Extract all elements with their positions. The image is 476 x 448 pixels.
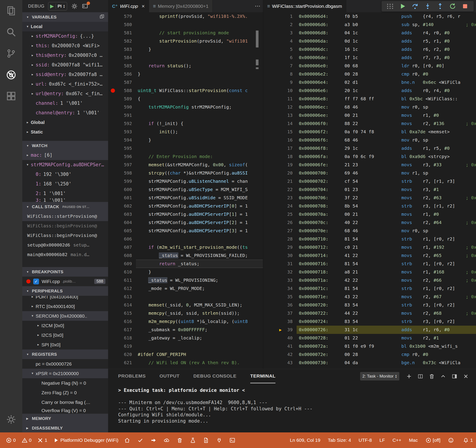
callstack-frame[interactable]: WiFiClass::beginProvision@ (22, 221, 108, 231)
disassembly-editor[interactable]: 10x000006d4:f0 b5push {r4, r5, r6, r20x0… (263, 12, 476, 369)
asm-line-8[interactable]: 80x000006e2:00 28cmp r0, #0 (263, 70, 476, 78)
tree-item[interactable]: ▶I2CM [0x0] (22, 321, 108, 330)
tree-item[interactable]: ▼strM2MAPConfig.au8DHCPSer… (22, 160, 108, 170)
code-line-618[interactable]: 618 _gateway = _localip; (108, 334, 263, 342)
more-actions-icon[interactable]: ⋯ (255, 3, 261, 10)
asm-line-41[interactable]: 410x0000072a:01 f0 e9 f9bl 0x1b00 <m2m_w… (263, 342, 476, 350)
status-item-flask[interactable] (190, 437, 197, 443)
asm-line-18[interactable]: 180x000006fa:0a f0 6c f9bl 0xa9d6 <strcp… (263, 153, 476, 161)
status-item-c-[interactable]: C++ (392, 437, 401, 443)
code-line-617[interactable]: 617 _submask = 0x00FFFFFF; (108, 326, 263, 334)
breakpoint-checkbox[interactable]: ✓ (33, 279, 39, 284)
terminal-output[interactable]: > Executing task: platformio device moni… (108, 383, 476, 424)
tab-wifi-cpp[interactable]: C⁺ WiFi.cpp × (108, 0, 149, 12)
close-icon[interactable]: × (142, 3, 145, 9)
asm-line-19[interactable]: 190x000006fe:21 23movs r3, #33 ; 0x21 (263, 161, 476, 169)
code-line-586[interactable]: 586} (108, 70, 263, 78)
code-line-621[interactable]: 621 // WiFi led ON (rev A then rev B). (108, 359, 263, 367)
code-line-612[interactable]: 612 _mode = WL_PROV_MODE; (108, 284, 263, 293)
asm-line-20[interactable]: 200x00000700:69 46mov r1, sp (263, 169, 476, 177)
breakpoint-row[interactable]: ✓WiFi.cpp.piolib…588 (22, 277, 108, 286)
trash-icon[interactable] (429, 373, 435, 379)
code-line-592[interactable]: 592 if (!_init) { (108, 119, 263, 128)
tree-item[interactable]: 2:1 '\001' (22, 189, 108, 198)
status-item-tools[interactable]: 1 (37, 437, 47, 443)
tree-item[interactable]: ▶PORT [0x41004400] (22, 296, 108, 301)
panel-tab-debug-console[interactable]: DEBUG CONSOLE (193, 369, 236, 383)
tree-item[interactable]: ▼Local (22, 22, 108, 31)
code-line-599[interactable]: 599 strM2MAPConfig.u8ListenChannel = cha… (108, 177, 263, 185)
tab-dbgasm[interactable]: ≡ WiFiClass::startProvision.dbgasm (263, 0, 346, 12)
asm-line-2[interactable]: 20x000006d6:a3 b0sub sp, #140 ; 0x8c (263, 21, 476, 29)
code-line-582[interactable]: 582 startProvision(provSsid, "wifi101 (108, 37, 263, 45)
code-line-619[interactable]: 619 (108, 342, 263, 350)
code-line-606[interactable]: 606 (108, 235, 263, 243)
status-item-mac[interactable]: Mac (409, 437, 418, 443)
asm-line-33[interactable]: 330x0000071a:42 22movs r2, #66 ; 0x42 (263, 276, 476, 284)
code-line-583[interactable]: 583 } (108, 45, 263, 53)
tree-item[interactable]: ▶SPI [0x0] (22, 340, 108, 350)
start-debug-icon[interactable]: ▶ (50, 3, 54, 9)
code-line-593[interactable]: 593 init(); (108, 128, 263, 136)
asm-line-30[interactable]: 300x00000714:41 22movs r2, #65 ; 0x41 (263, 251, 476, 260)
callstack-frame[interactable]: main@0x00006b82main.d… (22, 250, 108, 260)
asm-line-26[interactable]: 260x0000070c:40 22movs r2, #64 ; 0x40 (263, 218, 476, 227)
code-line-620[interactable]: 620#ifdef CONF_PERIPH (108, 350, 263, 359)
code-line-600[interactable]: 600 strM2MAPConfig.u8SecType = M2M_WIFI_… (108, 185, 263, 194)
asm-line-35[interactable]: 350x0000071e:43 22movs r2, #67 ; 0x43 (263, 293, 476, 301)
code-line-615[interactable]: 615 memcpy(_ssid, ssid, strlen(ssid)); (108, 309, 263, 318)
step-into-icon[interactable] (421, 1, 434, 11)
asm-line-3[interactable]: 30x000006d8:04 1cadds r4, r0, #0 (263, 29, 476, 37)
status-item-arrow-right[interactable] (150, 437, 158, 443)
status-item-check[interactable] (137, 437, 145, 443)
status-item-file-edit[interactable] (203, 437, 210, 443)
tree-item[interactable]: ▶ssid:0x20007fa8 "wifi1… (22, 60, 108, 70)
status-item-terminal[interactable] (229, 437, 237, 443)
debug-icon[interactable] (0, 64, 22, 85)
settings-gear-icon[interactable] (0, 409, 22, 430)
asm-line-23[interactable]: 230x00000706:3f 22movs r2, #63 ; 0x3f (263, 194, 476, 202)
gear-icon[interactable] (71, 3, 78, 10)
code-line-579[interactable]: 579 sprintf(provSsid, "wifi101-%.2X%. (108, 12, 263, 21)
section-header-peripherals[interactable]: ▼PERIPHERALS (22, 286, 108, 296)
asm-line-28[interactable]: 280x00000710:81 54strb r1, [r0, r2] (263, 235, 476, 243)
tree-item[interactable]: ▶mac:[6] (22, 150, 108, 160)
status-item-utf-8[interactable]: UTF-8 (359, 437, 372, 443)
asm-line-21[interactable]: 210x00000702:cf 54strb r7, [r1, r3] (263, 177, 476, 185)
section-header-registers[interactable]: ▼REGISTERS (22, 350, 108, 359)
code-line-590[interactable]: 590 tstrM2MAPConfig strM2MAPConfig; (108, 103, 263, 111)
asm-line-34[interactable]: 340x0000071c:81 54strb r1, [r0, r2] (263, 284, 476, 293)
tree-item[interactable]: Zero Flag (Z) = 0 (22, 388, 108, 397)
close-icon[interactable] (463, 373, 469, 379)
tree-item[interactable]: ▼SERCOM0 [0x4200080.. (22, 311, 108, 321)
tree-item[interactable]: 1:168 '\250' (22, 179, 108, 189)
explorer-icon[interactable] (0, 0, 22, 21)
asm-line-37[interactable]: 370x00000722:44 22movs r2, #68 ; 0x44 (263, 309, 476, 318)
asm-line-25[interactable]: 250x0000070a:00 21movs r1, #0 (263, 210, 476, 218)
code-line-601[interactable]: 601 strM2MAPConfig.u8SsidHide = SSID_MOD… (108, 194, 263, 202)
tree-item[interactable]: ▶ssid@entry:0x20007fa8 … (22, 70, 108, 79)
status-item-warning[interactable]: 0 (22, 437, 32, 443)
code-line-595[interactable]: 595 (108, 144, 263, 153)
code-line-580[interactable]: 580 (108, 21, 263, 29)
asm-line-24[interactable]: 240x00000708:8b 54strb r3, [r1, r2] (263, 202, 476, 210)
code-line-596[interactable]: 596 // Enter Provision mode: (108, 153, 263, 161)
section-header-variables[interactable]: ▼VARIABLES (22, 12, 108, 22)
code-line-581[interactable]: 581 // start provisioning mode (108, 29, 263, 37)
step-out-icon[interactable] (434, 1, 446, 11)
asm-line-36[interactable]: 360x00000720:83 54strb r3, [r0, r2] (263, 301, 476, 309)
continue-icon[interactable] (397, 1, 409, 11)
code-line-598[interactable]: 598 strcpy((char *)&strM2MAPConfig.au8SS… (108, 169, 263, 177)
asm-line-6[interactable]: 60x000006de:1f 1cadds r7, r3, #0 (263, 53, 476, 62)
asm-line-14[interactable]: 140x000006f0:88 22movs r2, #136 ; 0x88 (263, 119, 476, 128)
asm-line-40[interactable]: 400x00000728:01 22movs r2, #1 (263, 334, 476, 342)
status-item-bell[interactable]: 1 (463, 437, 473, 443)
asm-line-9[interactable]: 90x000006e4:02 d1bne.n 0x6ec <WiFiCla (263, 78, 476, 86)
status-item-play[interactable]: PlatformIO Debugger (WiFi) (53, 437, 118, 443)
code-line-603[interactable]: 603 strM2MAPConfig.au8DHCPServerIP[1] = … (108, 210, 263, 218)
code-line-610[interactable]: 610 } (108, 268, 263, 276)
status-item-home[interactable] (124, 437, 131, 443)
asm-line-38[interactable]: 380x00000724:83 54strb r3, [r0, r2] (263, 318, 476, 326)
asm-line-29[interactable]: 290x00000712:c0 21movs r1, #192 ; 0xc0 (263, 243, 476, 251)
code-line-605[interactable]: 605 strM2MAPConfig.au8DHCPServerIP[3] = … (108, 227, 263, 235)
